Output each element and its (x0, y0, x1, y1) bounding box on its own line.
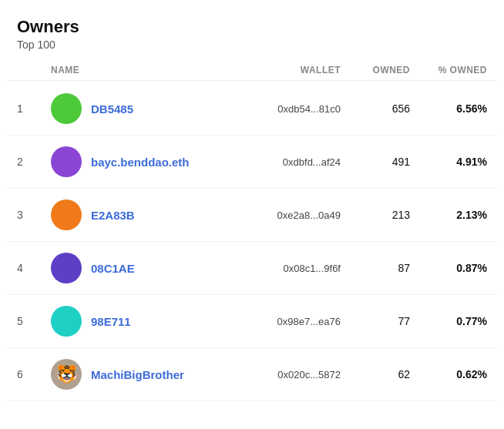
owner-name[interactable]: 08C1AE (91, 262, 135, 275)
row-owned: 656 (341, 102, 410, 115)
col-header-index (17, 65, 51, 75)
row-name-cell: 🐯MachiBigBrother (51, 359, 217, 390)
col-header-wallet: WALLET (217, 65, 341, 75)
row-name-cell: bayc.benddao.eth (51, 146, 217, 177)
row-powned: 2.13% (410, 209, 487, 221)
table-row: 408C1AE0x08c1...9f6f870.87% (8, 242, 496, 295)
table-row: 3E2A83B0xe2a8...0a492132.13% (8, 189, 496, 242)
row-wallet: 0xdbfd...af24 (217, 156, 341, 168)
row-powned: 4.91% (410, 156, 487, 168)
row-wallet: 0x98e7...ea76 (217, 316, 341, 327)
row-name-cell: 08C1AE (51, 253, 217, 283)
row-powned: 0.77% (410, 315, 487, 327)
row-wallet: 0xdb54...81c0 (217, 103, 341, 115)
avatar (51, 93, 82, 124)
row-powned: 0.62% (410, 368, 487, 380)
page-header: Owners Top 100 (0, 0, 504, 60)
row-name-cell: 98E711 (51, 306, 217, 337)
owner-name[interactable]: DB5485 (91, 102, 133, 116)
table-row: 6🐯MachiBigBrother0x020c...5872620.62% (8, 348, 496, 401)
avatar (51, 199, 82, 230)
owner-name[interactable]: 98E711 (91, 315, 131, 328)
row-powned: 0.87% (410, 262, 487, 274)
row-name-cell: E2A83B (51, 199, 217, 230)
row-index: 1 (17, 102, 51, 115)
owner-name[interactable]: bayc.benddao.eth (91, 156, 190, 169)
avatar (51, 253, 82, 283)
row-index: 5 (17, 315, 51, 327)
table-row: 598E7110x98e7...ea76770.77% (8, 295, 496, 348)
col-header-name: NAME (51, 65, 217, 75)
row-index: 4 (17, 262, 51, 274)
row-wallet: 0x020c...5872 (217, 369, 341, 380)
row-owned: 77 (341, 315, 410, 327)
table-body: 1DB54850xdb54...81c06566.56%2bayc.bendda… (8, 82, 496, 401)
col-header-powned: % OWNED (410, 65, 487, 75)
table-row: 1DB54850xdb54...81c06566.56% (8, 82, 496, 136)
table-row: 2bayc.benddao.eth0xdbfd...af244914.91% (8, 136, 496, 189)
row-index: 6 (17, 368, 51, 380)
row-owned: 213 (341, 209, 410, 221)
avatar (51, 306, 82, 337)
row-name-cell: DB5485 (51, 93, 217, 124)
col-header-owned: OWNED (341, 65, 410, 75)
row-wallet: 0x08c1...9f6f (217, 263, 341, 274)
owner-name[interactable]: MachiBigBrother (91, 368, 184, 381)
page-subtitle: Top 100 (17, 39, 487, 51)
owner-name[interactable]: E2A83B (91, 209, 135, 222)
row-index: 3 (17, 209, 51, 221)
row-owned: 62 (341, 368, 410, 380)
table-header-row: NAME WALLET OWNED % OWNED (8, 60, 496, 81)
avatar (51, 146, 82, 177)
owners-table: NAME WALLET OWNED % OWNED 1DB54850xdb54.… (0, 60, 504, 401)
row-index: 2 (17, 156, 51, 168)
row-owned: 491 (341, 156, 410, 168)
page-title: Owners (17, 17, 487, 37)
avatar: 🐯 (51, 359, 82, 390)
row-wallet: 0xe2a8...0a49 (217, 209, 341, 221)
row-powned: 6.56% (410, 102, 487, 115)
row-owned: 87 (341, 262, 410, 274)
